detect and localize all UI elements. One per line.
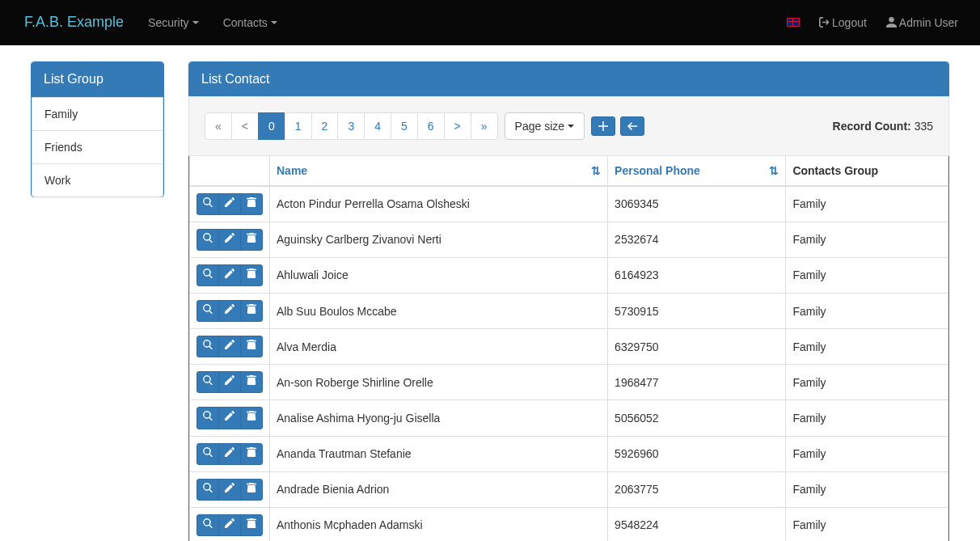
eraser-icon	[247, 411, 256, 425]
pencil-icon	[225, 197, 234, 211]
page-size-dropdown[interactable]: Page size	[505, 112, 585, 140]
eraser-icon	[247, 375, 256, 389]
row-edit-button[interactable]	[218, 336, 241, 357]
row-view-button[interactable]	[196, 371, 219, 393]
eraser-icon	[247, 518, 256, 532]
cell-phone: 9548224	[608, 507, 786, 541]
page-prev[interactable]: <	[231, 112, 259, 140]
row-view-button[interactable]	[196, 300, 219, 322]
search-icon	[203, 340, 213, 353]
cell-name: Ananda Trautman Stefanie	[270, 436, 608, 471]
page-last[interactable]: »	[471, 112, 498, 140]
page-5[interactable]: 5	[391, 112, 418, 140]
row-edit-button[interactable]	[218, 443, 241, 465]
row-delete-button[interactable]	[240, 443, 263, 465]
row-delete-button[interactable]	[240, 264, 263, 286]
add-button[interactable]	[591, 116, 615, 136]
page-2[interactable]: 2	[311, 112, 339, 140]
cell-group: Family	[786, 222, 948, 257]
nav-contacts[interactable]: Contacts	[211, 2, 289, 43]
row-edit-button[interactable]	[218, 407, 241, 429]
pencil-icon	[225, 447, 234, 461]
row-edit-button[interactable]	[218, 229, 241, 251]
page-1[interactable]: 1	[285, 112, 312, 140]
cell-group: Family	[786, 400, 948, 436]
row-delete-button[interactable]	[240, 229, 263, 251]
sort-icon: ⇅	[591, 163, 601, 179]
page-next[interactable]: >	[444, 112, 471, 140]
eraser-icon	[247, 304, 256, 318]
row-view-button[interactable]	[196, 514, 219, 536]
row-edit-button[interactable]	[218, 371, 241, 393]
row-view-button[interactable]	[196, 193, 219, 215]
search-icon	[203, 268, 213, 282]
table-row: Alb Suu Boulos Mccabe5730915Family	[190, 293, 948, 328]
back-button[interactable]	[620, 116, 644, 136]
page-first[interactable]: «	[205, 112, 232, 140]
nav-user[interactable]: Admin User	[877, 2, 968, 43]
row-edit-button[interactable]	[218, 479, 241, 501]
pencil-icon	[225, 340, 234, 353]
row-view-button[interactable]	[196, 336, 219, 357]
row-delete-button[interactable]	[240, 479, 263, 501]
row-delete-button[interactable]	[240, 371, 263, 393]
search-icon	[203, 411, 213, 425]
cell-phone: 5926960	[608, 436, 786, 471]
table-row: An-son Roberge Shirline Orelle1968477Fam…	[190, 365, 948, 400]
sign-out-icon	[819, 17, 830, 27]
eraser-icon	[247, 197, 256, 211]
search-icon	[203, 518, 213, 532]
cell-phone: 6329750	[608, 329, 786, 365]
row-view-button[interactable]	[196, 229, 219, 251]
row-view-button[interactable]	[196, 443, 219, 465]
pencil-icon	[225, 518, 234, 532]
caret-down-icon	[568, 125, 574, 128]
contacts-table: Name ⇅ Personal Phone ⇅ Contacts Group A…	[189, 156, 948, 541]
main-title: List Contact	[189, 62, 948, 97]
col-contacts-group: Contacts Group	[786, 156, 948, 186]
cell-phone: 2063775	[608, 471, 786, 507]
cell-name: An-son Roberge Shirline Orelle	[270, 365, 608, 400]
cell-phone: 6164923	[608, 257, 786, 293]
sort-icon: ⇅	[769, 163, 779, 179]
search-icon	[203, 483, 213, 497]
sidebar-item-work[interactable]: Work	[32, 163, 163, 197]
row-view-button[interactable]	[196, 407, 219, 429]
sidebar-item-family[interactable]: Family	[32, 97, 163, 131]
row-delete-button[interactable]	[240, 193, 263, 215]
col-name[interactable]: Name ⇅	[270, 156, 608, 186]
page-4[interactable]: 4	[364, 112, 391, 140]
cell-name: Anthonis Mcphaden Adamski	[270, 507, 608, 541]
row-delete-button[interactable]	[240, 336, 263, 357]
row-view-button[interactable]	[196, 264, 219, 286]
row-edit-button[interactable]	[218, 193, 241, 215]
search-icon	[203, 304, 213, 318]
row-view-button[interactable]	[196, 479, 219, 501]
cell-phone: 1968477	[608, 365, 786, 400]
row-edit-button[interactable]	[218, 514, 241, 536]
row-delete-button[interactable]	[240, 300, 263, 322]
nav-logout[interactable]: Logout	[809, 2, 877, 43]
brand-link[interactable]: F.A.B. Example	[12, 0, 136, 45]
cell-group: Family	[786, 293, 948, 328]
row-edit-button[interactable]	[218, 264, 241, 286]
cell-group: Family	[786, 365, 948, 400]
col-personal-phone[interactable]: Personal Phone ⇅	[608, 156, 786, 186]
nav-security[interactable]: Security	[136, 2, 211, 43]
arrow-left-icon	[627, 121, 637, 131]
table-row: Analise Ashima Hyong-ju Gisella5056052Fa…	[190, 400, 948, 436]
nav-language[interactable]	[777, 6, 809, 39]
page-0[interactable]: 0	[258, 112, 285, 140]
cell-group: Family	[786, 186, 948, 222]
row-delete-button[interactable]	[240, 514, 263, 536]
row-delete-button[interactable]	[240, 407, 263, 429]
page-6[interactable]: 6	[417, 112, 445, 140]
table-row: Acton Pindur Perrella Osama Olsheski3069…	[190, 186, 948, 222]
cell-phone: 3069345	[608, 186, 786, 222]
sidebar-item-friends[interactable]: Friends	[32, 130, 163, 164]
row-edit-button[interactable]	[218, 300, 241, 322]
page-3[interactable]: 3	[337, 112, 365, 140]
main-panel: List Contact «<0123456>» Page size Recor…	[188, 61, 949, 541]
table-row: Anthonis Mcphaden Adamski9548224Family	[190, 507, 948, 541]
pencil-icon	[225, 411, 234, 425]
